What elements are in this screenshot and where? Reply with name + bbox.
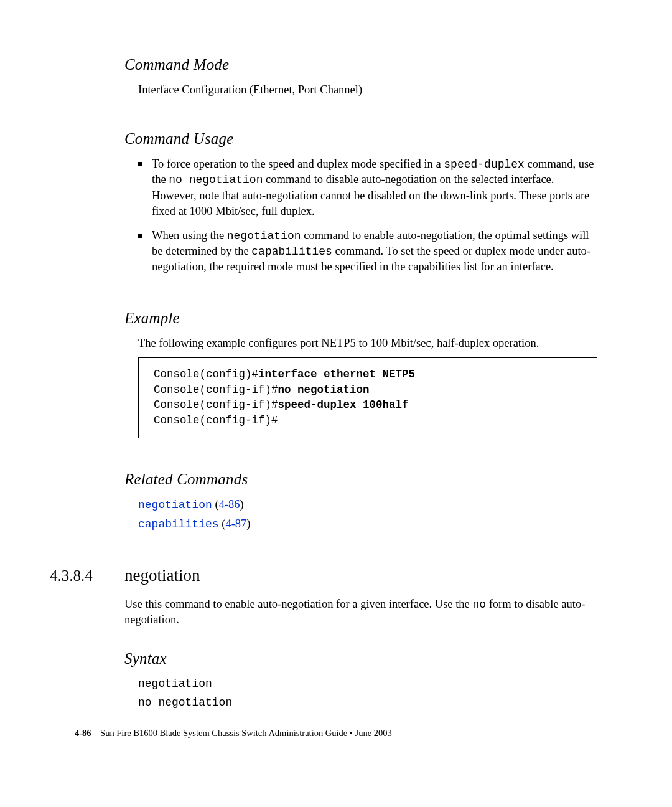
link-page-ref[interactable]: 4-86 bbox=[219, 498, 240, 511]
code-prompt: Console(config)# bbox=[154, 368, 258, 380]
code-no-negotiation: no negotiation bbox=[169, 174, 263, 186]
usage-bullet-2: When using the negotiation command to en… bbox=[138, 228, 597, 275]
code-capabilities: capabilities bbox=[251, 245, 332, 258]
syntax-line: negotiation bbox=[138, 676, 597, 691]
heading-example: Example bbox=[124, 309, 597, 327]
example-text: The following example configures port NE… bbox=[138, 336, 597, 351]
heading-command-mode: Command Mode bbox=[124, 56, 597, 73]
code-command: no negotiation bbox=[278, 384, 370, 396]
code-prompt: Console(config-if)# bbox=[154, 384, 278, 396]
text: ) bbox=[246, 517, 250, 530]
footer-title: Sun Fire B1600 Blade System Chassis Swit… bbox=[100, 728, 392, 738]
code-speed-duplex: speed-duplex bbox=[444, 158, 525, 171]
section-title: negotiation bbox=[124, 566, 200, 585]
related-command-row: negotiation (4-86) bbox=[138, 497, 597, 512]
heading-command-usage: Command Usage bbox=[124, 130, 597, 148]
text: When using the bbox=[152, 229, 227, 242]
usage-bullet-1: To force operation to the speed and dupl… bbox=[138, 156, 597, 219]
link-negotiation[interactable]: negotiation bbox=[138, 499, 212, 511]
page-footer: 4-86 Sun Fire B1600 Blade System Chassis… bbox=[75, 728, 392, 739]
heading-syntax: Syntax bbox=[124, 650, 597, 668]
syntax-line: no negotiation bbox=[138, 695, 597, 710]
code-negotiation: negotiation bbox=[227, 230, 301, 242]
text: ( bbox=[219, 517, 226, 530]
section-body: Use this command to enable auto-negotiat… bbox=[124, 597, 597, 628]
command-mode-text: Interface Configuration (Ethernet, Port … bbox=[138, 82, 597, 98]
footer-page-number: 4-86 bbox=[75, 728, 91, 738]
text: ) bbox=[240, 498, 244, 511]
text: To force operation to the speed and dupl… bbox=[152, 158, 444, 170]
related-command-row: capabilities (4-87) bbox=[138, 516, 597, 532]
example-code-block: Console(config)#interface ethernet NETP5… bbox=[138, 357, 597, 438]
text: ( bbox=[212, 498, 219, 511]
text: Use this command to enable auto-negotiat… bbox=[124, 598, 472, 610]
heading-related-commands: Related Commands bbox=[124, 471, 597, 488]
section-number: 4.3.8.4 bbox=[50, 567, 124, 585]
code-command: speed-duplex 100half bbox=[278, 399, 409, 411]
code-no: no bbox=[472, 598, 486, 611]
code-prompt: Console(config-if)# bbox=[154, 414, 278, 427]
link-page-ref[interactable]: 4-87 bbox=[225, 517, 246, 530]
code-command: interface ethernet NETP5 bbox=[258, 368, 415, 380]
link-capabilities[interactable]: capabilities bbox=[138, 518, 219, 531]
code-prompt: Console(config-if)# bbox=[154, 399, 278, 411]
